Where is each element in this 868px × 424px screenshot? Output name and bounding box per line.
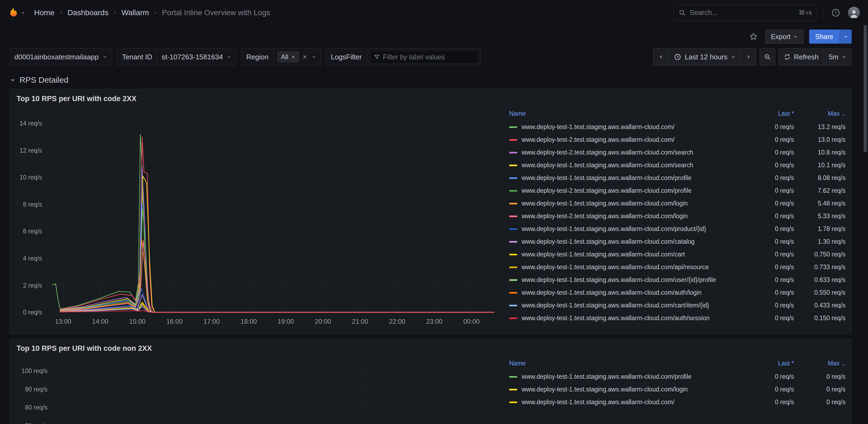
breadcrumb-dashboards[interactable]: Dashboards xyxy=(67,8,108,17)
variable-app-dropdown[interactable]: d0001ainboxatestmailaapp xyxy=(10,48,112,66)
rps-2xx-chart[interactable]: 0 req/s2 req/s4 req/s6 req/s8 req/s10 re… xyxy=(14,106,502,331)
series-name[interactable]: www.deploy-test-1.test.staging.aws.walla… xyxy=(509,261,749,273)
series-color-swatch[interactable] xyxy=(509,203,517,204)
svg-text:12 req/s: 12 req/s xyxy=(20,147,42,154)
clear-all-x-icon[interactable] xyxy=(302,54,308,60)
series-name[interactable]: www.deploy-test-1.test.staging.aws.walla… xyxy=(509,299,749,312)
series-name[interactable]: www.deploy-test-1.test.staging.aws.walla… xyxy=(509,121,749,133)
series-last-value: 0 req/s xyxy=(749,197,794,210)
series-color-swatch[interactable] xyxy=(509,126,517,128)
series-name[interactable]: www.deploy-test-1.test.staging.aws.walla… xyxy=(509,248,749,261)
time-range-picker[interactable]: Last 12 hours xyxy=(669,48,741,66)
variable-region-dropdown[interactable]: Region All xyxy=(241,48,321,66)
logsfilter-input-wrap[interactable] xyxy=(370,50,478,64)
series-color-swatch[interactable] xyxy=(509,254,517,255)
breadcrumb-wallarm[interactable]: Wallarm xyxy=(122,8,149,17)
refresh-interval-dropdown[interactable]: 5m xyxy=(824,48,852,66)
series-color-swatch[interactable] xyxy=(509,152,517,154)
series-name[interactable]: www.deploy-test-1.test.staging.aws.walla… xyxy=(509,172,749,184)
series-color-swatch[interactable] xyxy=(509,376,517,378)
share-menu-button[interactable] xyxy=(839,30,852,44)
time-shift-forward-button[interactable] xyxy=(741,48,756,66)
legend-header-max[interactable]: Max ⌄ xyxy=(794,109,845,121)
search-input[interactable] xyxy=(689,8,795,17)
series-name[interactable]: www.deploy-test-1.test.staging.aws.walla… xyxy=(509,396,749,409)
refresh-group: Refresh 5m xyxy=(778,48,852,66)
series-color-swatch[interactable] xyxy=(509,190,517,192)
region-chip-label: All xyxy=(281,53,288,61)
rps-non-2xx-legend: Name Last * Max ⌄ www.deploy-test-1.test… xyxy=(502,356,848,424)
series-name[interactable]: www.deploy-test-1.test.staging.aws.walla… xyxy=(509,223,749,235)
rps-2xx-legend: Name Last * Max ⌄ www.deploy-test-1.test… xyxy=(502,106,848,331)
series-max-value: 0.433 req/s xyxy=(794,299,845,312)
series-name[interactable]: www.deploy-test-1.test.staging.aws.walla… xyxy=(509,197,749,210)
series-color-swatch[interactable] xyxy=(509,266,517,268)
legend-row: www.deploy-test-2.test.staging.aws.walla… xyxy=(509,210,845,223)
refresh-button[interactable]: Refresh xyxy=(778,48,824,66)
variable-tenant-dropdown[interactable]: Tenant ID st-107263-1581634 xyxy=(117,48,236,66)
x-close-icon[interactable] xyxy=(291,55,296,59)
series-name[interactable]: www.deploy-test-2.test.staging.aws.walla… xyxy=(509,184,749,197)
series-name[interactable]: www.deploy-test-2.test.staging.aws.walla… xyxy=(509,146,749,159)
series-color-swatch[interactable] xyxy=(509,177,517,179)
global-search[interactable]: ⌘+k xyxy=(674,5,817,21)
series-color-swatch[interactable] xyxy=(509,389,517,390)
series-name[interactable]: www.deploy-test-1.test.staging.aws.walla… xyxy=(509,383,749,396)
search-icon xyxy=(679,9,686,16)
export-button[interactable]: Export xyxy=(765,30,804,44)
svg-text:17:00: 17:00 xyxy=(204,318,220,325)
user-avatar[interactable] xyxy=(848,7,860,19)
chevron-down-icon[interactable] xyxy=(311,55,316,59)
legend-header-last[interactable]: Last * xyxy=(749,109,794,121)
series-name[interactable]: www.deploy-test-1.test.staging.aws.walla… xyxy=(509,286,749,299)
series-name[interactable]: www.deploy-test-1.test.staging.aws.walla… xyxy=(509,273,749,286)
magnifier-minus-icon xyxy=(764,54,771,61)
series-name[interactable]: www.deploy-test-1.test.staging.aws.walla… xyxy=(509,235,749,248)
zoom-out-time-button[interactable] xyxy=(760,48,775,66)
series-name[interactable]: www.deploy-test-1.test.staging.aws.walla… xyxy=(509,370,749,383)
series-name[interactable]: www.deploy-test-1.test.staging.aws.walla… xyxy=(509,159,749,172)
series-color-swatch[interactable] xyxy=(509,401,517,403)
svg-text:18:00: 18:00 xyxy=(241,318,257,325)
series-name[interactable]: www.deploy-test-2.test.staging.aws.walla… xyxy=(509,210,749,223)
series-color-swatch[interactable] xyxy=(509,292,517,294)
page-scrollbar-thumb[interactable] xyxy=(864,25,867,152)
favorite-star-button[interactable] xyxy=(747,30,760,43)
breadcrumb-current-dashboard: Portal Inline Overview with Logs xyxy=(162,8,270,17)
sort-desc-icon: ⌄ xyxy=(841,111,845,117)
help-button[interactable]: ? xyxy=(830,6,842,19)
series-color-swatch[interactable] xyxy=(509,279,517,281)
series-color-swatch[interactable] xyxy=(509,305,517,306)
series-name-label: www.deploy-test-1.test.staging.aws.walla… xyxy=(522,315,710,322)
share-button[interactable]: Share xyxy=(809,30,839,44)
series-name-label: www.deploy-test-1.test.staging.aws.walla… xyxy=(522,302,709,309)
panel-title[interactable]: Top 10 RPS per URI with code 2XX xyxy=(14,92,848,106)
org-switcher[interactable] xyxy=(8,7,26,18)
legend-header-name[interactable]: Name xyxy=(509,359,749,370)
logsfilter-input[interactable] xyxy=(383,53,474,61)
series-color-swatch[interactable] xyxy=(509,228,517,230)
series-color-swatch[interactable] xyxy=(509,318,517,319)
series-color-swatch[interactable] xyxy=(509,165,517,166)
legend-header-name[interactable]: Name xyxy=(509,109,749,121)
series-color-swatch[interactable] xyxy=(509,241,517,242)
series-max-value: 5.48 req/s xyxy=(794,197,845,210)
legend-header-last[interactable]: Last * xyxy=(749,359,794,370)
svg-text:6 req/s: 6 req/s xyxy=(23,228,42,235)
series-color-swatch[interactable] xyxy=(509,139,517,141)
time-range-label: Last 12 hours xyxy=(685,53,727,61)
legend-row: www.deploy-test-1.test.staging.aws.walla… xyxy=(509,312,845,325)
row-rps-detailed-toggle[interactable]: RPS Detailed xyxy=(0,69,868,89)
series-name[interactable]: www.deploy-test-2.test.staging.aws.walla… xyxy=(509,133,749,146)
series-last-value: 0 req/s xyxy=(749,396,794,409)
legend-row: www.deploy-test-1.test.staging.aws.walla… xyxy=(509,261,845,273)
legend-header-max[interactable]: Max ⌄ xyxy=(794,359,845,370)
search-shortcut: ⌘+k xyxy=(799,9,812,17)
rps-non-2xx-chart[interactable]: 0 req/s10 req/s20 req/s30 req/s40 req/s5… xyxy=(14,356,502,424)
time-shift-back-button[interactable] xyxy=(653,48,669,66)
region-selected-chip[interactable]: All xyxy=(278,52,299,62)
panel-title[interactable]: Top 10 RPS per URI with code non 2XX xyxy=(14,341,848,356)
breadcrumb-home[interactable]: Home xyxy=(34,8,55,17)
series-name[interactable]: www.deploy-test-1.test.staging.aws.walla… xyxy=(509,312,749,325)
series-color-swatch[interactable] xyxy=(509,216,517,217)
